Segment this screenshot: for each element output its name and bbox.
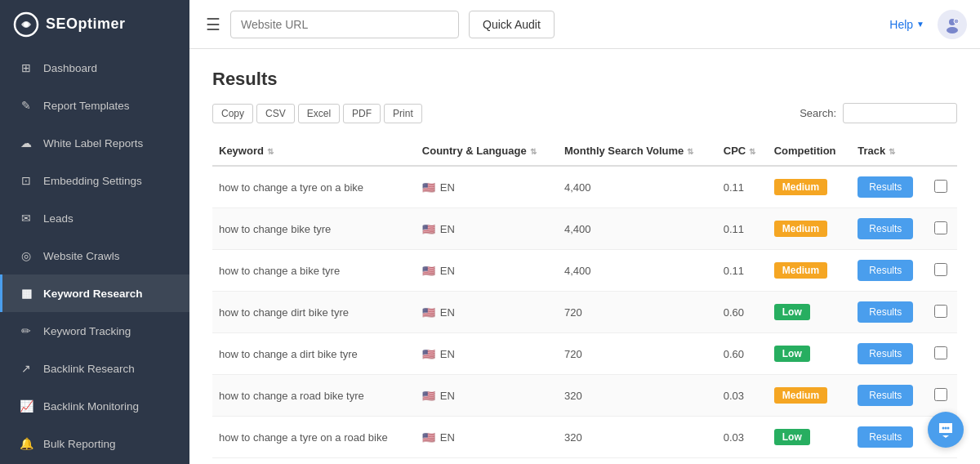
results-button[interactable]: Results (858, 385, 913, 406)
track-cell (928, 166, 957, 208)
copy-export-button[interactable]: Copy (212, 104, 253, 123)
keyword-cell: how to change a tyre on a bike (212, 166, 416, 208)
sidebar-item-bulk-reporting[interactable]: 🔔 Bulk Reporting (0, 425, 189, 462)
sidebar-item-label: Keyword Research (43, 288, 143, 300)
quick-audit-button[interactable]: Quick Audit (469, 11, 555, 38)
flag-icon: 🇺🇸 (422, 265, 435, 277)
chat-bubble[interactable] (928, 412, 964, 448)
results-cell: Results (851, 292, 928, 333)
volume-cell: 4,400 (558, 250, 717, 292)
sidebar-item-label: Website Crawls (43, 250, 120, 262)
volume-cell: 320 (558, 417, 717, 458)
topbar-right: Help ▼ (889, 10, 967, 39)
sort-icon: ⇅ (687, 147, 693, 156)
sidebar-item-label: Embedding Settings (43, 175, 142, 187)
main-layout: ⊞ Dashboard ✎ Report Templates ☁ White L… (0, 49, 980, 464)
col-country-&-language[interactable]: Country & Language⇅ (416, 136, 558, 166)
keyword-cell: how to change a tyre on a road bike (212, 417, 416, 458)
report-templates-icon: ✎ (19, 98, 33, 113)
track-checkbox[interactable] (934, 180, 947, 193)
hamburger-icon[interactable]: ☰ (206, 15, 220, 34)
col-keyword[interactable]: Keyword⇅ (212, 136, 416, 166)
search-label: Search: (800, 107, 836, 119)
sidebar-item-report-templates[interactable]: ✎ Report Templates (0, 87, 189, 124)
table-row: how to change a dirt bike tyre 🇺🇸 EN 720… (212, 333, 957, 375)
logo-icon (13, 11, 39, 38)
results-button[interactable]: Results (858, 260, 913, 281)
page-title: Results (212, 69, 957, 90)
sidebar-item-keyword-tracking[interactable]: ✏ Keyword Tracking (0, 312, 189, 350)
table-row: how to change dirt bike tyre 🇺🇸 EN 720 0… (212, 292, 957, 333)
keyword-research-icon: ▦ (19, 286, 33, 301)
results-table: Keyword⇅Country & Language⇅Monthly Searc… (212, 136, 957, 458)
track-checkbox[interactable] (934, 263, 947, 276)
table-header-row: Keyword⇅Country & Language⇅Monthly Searc… (212, 136, 957, 166)
svg-point-4 (954, 19, 959, 24)
flag-icon: 🇺🇸 (422, 223, 435, 235)
col-cpc[interactable]: CPC⇅ (717, 136, 768, 166)
pdf-export-button[interactable]: PDF (343, 104, 381, 123)
volume-cell: 4,400 (558, 208, 717, 250)
help-button[interactable]: Help ▼ (889, 18, 924, 31)
keyword-cell: how to change dirt bike tyre (212, 292, 416, 333)
keyword-cell: how to change a bike tyre (212, 250, 416, 292)
sidebar-item-keyword-research[interactable]: ▦ Keyword Research (0, 274, 189, 312)
csv-export-button[interactable]: CSV (256, 104, 295, 123)
cpc-cell: 0.11 (717, 208, 768, 250)
competition-cell: Low (768, 333, 852, 375)
track-checkbox[interactable] (934, 305, 947, 318)
print-export-button[interactable]: Print (384, 104, 422, 123)
search-bar: Search: (800, 103, 957, 123)
country-cell: 🇺🇸 EN (416, 166, 558, 208)
cpc-cell: 0.03 (717, 375, 768, 417)
country-cell: 🇺🇸 EN (416, 333, 558, 375)
sidebar-item-website-crawls[interactable]: ◎ Website Crawls (0, 237, 189, 274)
track-checkbox[interactable] (934, 221, 947, 234)
results-button[interactable]: Results (858, 301, 913, 323)
keyword-cell: how to change bike tyre (212, 208, 416, 250)
search-input[interactable] (843, 103, 957, 123)
sidebar-item-embedding-settings[interactable]: ⊡ Embedding Settings (0, 162, 189, 199)
col-track[interactable]: Track⇅ (851, 136, 928, 166)
excel-export-button[interactable]: Excel (298, 104, 340, 123)
country-cell: 🇺🇸 EN (416, 250, 558, 292)
volume-cell: 320 (558, 375, 717, 417)
col-monthly-search-volume[interactable]: Monthly Search Volume⇅ (558, 136, 717, 166)
volume-cell: 720 (558, 292, 717, 333)
sidebar-item-label: Backlink Research (43, 363, 135, 375)
export-bar: CopyCSVExcelPDFPrint Search: (212, 103, 957, 123)
svg-point-6 (942, 427, 945, 430)
keyword-cell: how to change a dirt bike tyre (212, 333, 416, 375)
sidebar: ⊞ Dashboard ✎ Report Templates ☁ White L… (0, 49, 189, 464)
volume-cell: 4,400 (558, 166, 717, 208)
sidebar-item-label: Leads (43, 212, 74, 225)
flag-icon: 🇺🇸 (422, 181, 435, 194)
results-button[interactable]: Results (858, 218, 913, 239)
svg-point-7 (945, 427, 947, 430)
track-checkbox[interactable] (934, 388, 947, 401)
content-area: Results CopyCSVExcelPDFPrint Search: Key… (189, 49, 980, 464)
svg-point-3 (947, 27, 958, 33)
sort-icon: ⇅ (749, 147, 755, 156)
sidebar-item-label: Report Templates (43, 100, 130, 112)
url-input[interactable] (230, 11, 459, 38)
results-button[interactable]: Results (858, 176, 913, 198)
competition-badge: Medium (774, 179, 827, 195)
results-button[interactable]: Results (858, 343, 913, 364)
flag-icon: 🇺🇸 (422, 306, 435, 319)
volume-cell: 720 (558, 333, 717, 375)
sidebar-item-backlink-monitoring[interactable]: 📈 Backlink Monitoring (0, 387, 189, 425)
sidebar-item-dashboard[interactable]: ⊞ Dashboard (0, 49, 189, 87)
competition-badge: Low (774, 346, 810, 362)
white-label-reports-icon: ☁ (19, 136, 33, 150)
cpc-cell: 0.60 (717, 333, 768, 375)
results-cell: Results (851, 166, 928, 208)
track-checkbox[interactable] (934, 346, 947, 359)
sidebar-item-backlink-research[interactable]: ↗ Backlink Research (0, 350, 189, 387)
results-button[interactable]: Results (858, 426, 913, 448)
user-avatar[interactable] (938, 10, 967, 39)
sidebar-item-white-label-reports[interactable]: ☁ White Label Reports (0, 124, 189, 162)
flag-icon: 🇺🇸 (422, 348, 435, 360)
sidebar-item-leads[interactable]: ✉ Leads (0, 199, 189, 237)
competition-cell: Low (768, 292, 852, 333)
